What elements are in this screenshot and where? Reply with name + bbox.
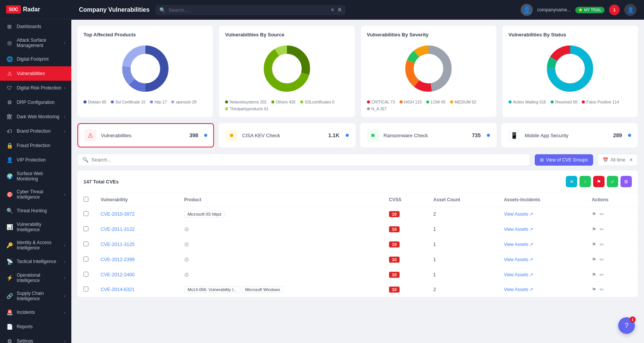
row-assets-incidents-cell: View Assets ↗ xyxy=(498,207,586,222)
sidebar-item-supply-chain[interactable]: 🔗 Supply Chain Intelligence › xyxy=(0,287,71,305)
filter-tab-mobile-app[interactable]: 📱 Mobile App Security 289 xyxy=(501,123,638,147)
filter-count-cisa-kev: 1.1K xyxy=(328,132,340,138)
sidebar-icon-fraud-protection: 🔒 xyxy=(6,142,13,149)
sidebar-label-cti: Cyber Threat Intelligence xyxy=(17,189,64,200)
vuln-by-severity-title: Vulnerabilities By Severity xyxy=(367,32,490,38)
row-checkbox-1[interactable] xyxy=(83,226,88,231)
action-btn-check[interactable]: ✓ xyxy=(607,176,618,187)
select-all-checkbox[interactable] xyxy=(83,197,88,202)
cve-link-1[interactable]: CVE-2011-3122 xyxy=(101,227,135,232)
row-action-flag-3[interactable]: ⚑ xyxy=(592,257,597,263)
view-assets-link-0[interactable]: View Assets ↗ xyxy=(504,211,580,217)
sidebar-item-digital-footprint[interactable]: 🌐 Digital Footprint xyxy=(0,52,71,66)
sidebar-item-threat-hunting[interactable]: 🔍 Threat Hunting xyxy=(0,204,71,218)
cve-link-2[interactable]: CVE-2011-3125 xyxy=(101,242,135,247)
action-btn-red[interactable]: ⚑ xyxy=(593,176,605,187)
view-assets-link-4[interactable]: View Assets ↗ xyxy=(504,272,580,277)
sidebar-item-vuln-intel[interactable]: 📊 Vulnerability Intelligence xyxy=(0,218,71,236)
sidebar-item-drp-config[interactable]: ⚙ DRP Configuration xyxy=(0,95,71,110)
filter-label-mobile-app: Mobile App Security xyxy=(525,133,609,138)
col-assets-incidents: Assets-Incidents xyxy=(498,193,586,207)
sidebar-item-dark-web[interactable]: 🕸 Dark Web Monitoring › xyxy=(0,110,71,124)
view-assets-link-5[interactable]: View Assets ↗ xyxy=(504,287,580,292)
date-clear-icon[interactable]: ✕ xyxy=(629,157,633,163)
row-checkbox-5[interactable] xyxy=(83,287,88,291)
filter-label-ransomware: Ransomware Check xyxy=(384,133,468,138)
sidebar-item-attack-surface[interactable]: ◎ Attack Surface Management › xyxy=(0,34,71,52)
row-action-flag-1[interactable]: ⚑ xyxy=(592,226,597,232)
row-action-edit-4[interactable]: ✏ xyxy=(600,272,604,278)
row-checkbox-4[interactable] xyxy=(83,272,88,277)
sidebar-item-cti[interactable]: 🎯 Cyber Threat Intelligence › xyxy=(0,185,71,204)
row-checkbox-3[interactable] xyxy=(83,257,88,262)
sidebar-item-identity[interactable]: 🔑 Identity & Access Intelligence › xyxy=(0,236,71,254)
filter-tab-ransomware[interactable]: ■ Ransomware Check 735 xyxy=(360,123,497,147)
row-cve-cell: CVE-2014-6321 xyxy=(94,282,178,297)
main-content: Company Vulnerabilities 🔍 ✕ K 👤 companyn… xyxy=(71,0,644,343)
row-action-flag-4[interactable]: ⚑ xyxy=(592,272,597,278)
sidebar-item-incidents[interactable]: 🚨 Incidents › xyxy=(0,305,71,320)
sidebar-item-reports[interactable]: 📄 Reports xyxy=(0,320,71,334)
row-checkbox-2[interactable] xyxy=(83,241,88,246)
view-assets-link-1[interactable]: View Assets ↗ xyxy=(504,227,580,232)
row-checkbox-0[interactable] xyxy=(83,211,88,216)
row-action-flag-5[interactable]: ⚑ xyxy=(592,287,597,293)
cvss-badge-5: 10 xyxy=(389,287,400,293)
col-cvss: CVSS xyxy=(383,193,427,207)
row-actions-cell: ⚑ ✏ xyxy=(586,267,638,282)
table-row: CVE-2014-6321 Ms14-066: Vulnerability I.… xyxy=(77,282,638,297)
filter-tab-cisa-kev[interactable]: ■ CISA KEV Check 1.1K xyxy=(219,123,355,147)
action-btn-purple[interactable]: ⚙ xyxy=(620,176,632,187)
sidebar-icon-vulnerabilities: ⚠ xyxy=(6,70,13,77)
header-right: 👤 companyname... ⭐ MY TRIAL 1 👤 xyxy=(521,4,636,16)
date-filter[interactable]: 📅 All time ✕ xyxy=(598,154,638,166)
view-assets-link-3[interactable]: View Assets ↗ xyxy=(504,257,580,262)
table-search-icon: 🔍 xyxy=(82,157,88,163)
cve-link-4[interactable]: CVE-2012-2400 xyxy=(101,272,135,277)
vuln-by-source-title: Vulnerabilities By Source xyxy=(225,32,348,38)
sidebar-item-dashboards[interactable]: ⊞ Dashboards xyxy=(0,19,71,34)
user-avatar[interactable]: 👤 xyxy=(624,4,636,16)
sidebar-item-surface-web[interactable]: 🌍 Surface Web Monitoring xyxy=(0,167,71,185)
sidebar-item-settings[interactable]: ⚙ Settings › xyxy=(0,334,71,343)
table-search-input[interactable] xyxy=(91,157,525,163)
row-action-edit-5[interactable]: ✏ xyxy=(600,287,604,293)
cve-link-3[interactable]: CVE-2012-2399 xyxy=(101,257,135,262)
chat-button[interactable]: ? 1 xyxy=(618,317,635,334)
row-action-edit-2[interactable]: ✏ xyxy=(600,241,604,247)
search-clear-icon[interactable]: ✕ xyxy=(331,7,334,13)
row-action-edit-1[interactable]: ✏ xyxy=(600,226,604,232)
vulnerabilities-icon: ⚠ xyxy=(84,129,96,141)
sidebar-icon-attack-surface: ◎ xyxy=(6,39,13,46)
filter-tab-vulnerabilities[interactable]: ⚠ Vulnerabilities 398 xyxy=(77,123,214,147)
global-search[interactable]: 🔍 ✕ K xyxy=(156,5,345,15)
cve-link-0[interactable]: CVE-2010-3972 xyxy=(101,211,135,217)
row-action-edit-3[interactable]: ✏ xyxy=(600,257,604,263)
view-cve-groups-button[interactable]: ⊞ View of CVE Groups xyxy=(535,154,593,166)
sidebar-item-vulnerabilities[interactable]: ⚠ Vulnerabilities xyxy=(0,66,71,81)
row-action-flag-0[interactable]: ⚑ xyxy=(592,211,597,217)
action-btn-green[interactable]: ↑ xyxy=(579,176,591,187)
search-input[interactable] xyxy=(168,7,328,13)
sidebar-label-brand-protection: Brand Protection xyxy=(17,128,64,134)
sidebar-item-digital-risk[interactable]: 🛡 Digital Risk Protection › xyxy=(0,81,71,95)
sidebar-icon-digital-risk: 🛡 xyxy=(6,85,13,91)
sidebar-item-operational[interactable]: ⚡ Operational Intelligence › xyxy=(0,269,71,287)
sidebar-icon-vuln-intel: 📊 xyxy=(6,224,13,230)
view-assets-link-2[interactable]: View Assets ↗ xyxy=(504,242,580,247)
cve-link-5[interactable]: CVE-2014-6321 xyxy=(101,287,135,292)
row-action-edit-0[interactable]: ✏ xyxy=(600,211,604,217)
table-search[interactable]: 🔍 xyxy=(77,153,530,166)
row-action-flag-2[interactable]: ⚑ xyxy=(592,241,597,247)
sidebar-item-vip-protection[interactable]: 👤 VIP Protection xyxy=(0,153,71,167)
sidebar-label-supply-chain: Supply Chain Intelligence xyxy=(17,291,64,301)
notification-badge[interactable]: 1 xyxy=(609,5,620,15)
sidebar-item-brand-protection[interactable]: 🏷 Brand Protection › xyxy=(0,124,71,138)
top-affected-donut xyxy=(83,42,207,95)
row-actions-cell: ⚑ ✏ xyxy=(586,282,638,297)
total-cves: 147 Total CVEs xyxy=(83,179,119,185)
sidebar-item-fraud-protection[interactable]: 🔒 Fraud Protection xyxy=(0,138,71,153)
sidebar-item-tactical[interactable]: 📡 Tactical Intelligence › xyxy=(0,254,71,269)
action-btn-cyan[interactable]: ✕ xyxy=(566,176,577,187)
search-close-icon[interactable]: K xyxy=(338,7,342,13)
